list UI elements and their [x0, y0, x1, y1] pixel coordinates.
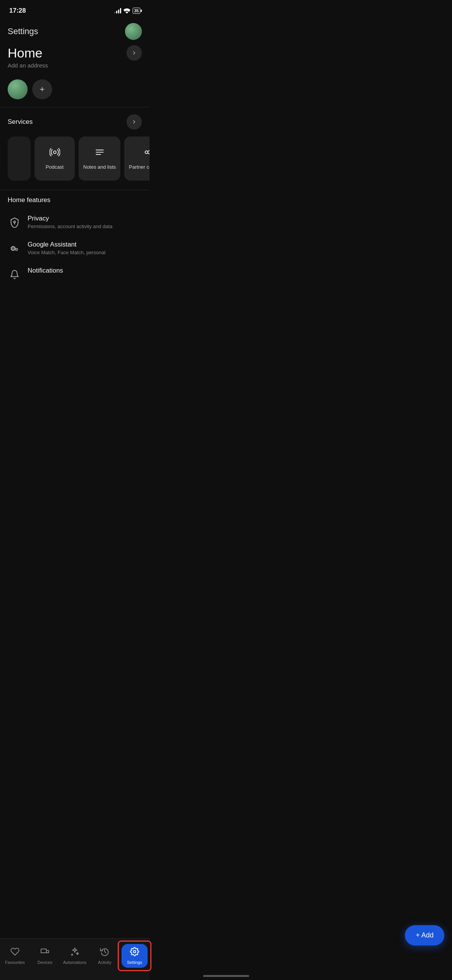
battery-icon: 35: [133, 8, 140, 14]
feature-item-google-assistant[interactable]: Google Assistant Voice Match, Face Match…: [0, 235, 150, 261]
services-cards: Podcast Notes and lists Partner connecti…: [0, 135, 150, 190]
home-chevron-button[interactable]: [127, 45, 142, 61]
service-card-partner-connections[interactable]: Partner connecti...: [124, 136, 150, 181]
service-card-podcast[interactable]: Podcast: [35, 136, 75, 181]
privacy-subtitle: Permissions, account activity and data: [28, 223, 142, 230]
home-title: Home: [8, 46, 43, 61]
home-row: Home: [8, 45, 142, 61]
svg-line-7: [148, 153, 150, 155]
feature-item-privacy[interactable]: Privacy Permissions, account activity an…: [0, 209, 150, 235]
service-card-notes-and-lists[interactable]: Notes and lists: [79, 136, 120, 181]
podcast-icon: [49, 147, 60, 160]
page-header: Settings: [0, 19, 150, 42]
shield-icon: [8, 215, 21, 229]
feature-item-notifications[interactable]: Notifications: [0, 261, 150, 287]
share-icon: [144, 147, 150, 160]
notes-list-label: Notes and lists: [83, 164, 116, 171]
partner-connections-label: Partner connecti...: [129, 164, 150, 171]
user-avatar[interactable]: [125, 23, 142, 40]
services-label: Services: [8, 118, 33, 126]
services-chevron-button[interactable]: [127, 114, 142, 130]
members-row: +: [0, 79, 150, 107]
member-avatar[interactable]: [8, 79, 28, 99]
svg-point-0: [53, 151, 56, 153]
assistant-subtitle: Voice Match, Face Match, personal: [28, 249, 142, 256]
signal-icon: [114, 8, 121, 13]
status-icons: 35: [114, 8, 140, 14]
assistant-title: Google Assistant: [28, 241, 142, 248]
service-card-partial-left[interactable]: [8, 136, 31, 181]
notes-list-icon: [94, 147, 105, 160]
svg-line-8: [148, 150, 150, 151]
privacy-title: Privacy: [28, 215, 142, 222]
status-bar: 17:28 35: [0, 0, 150, 19]
assistant-icon: [8, 242, 21, 255]
wifi-icon: [123, 8, 130, 13]
page-title: Settings: [8, 26, 38, 36]
svg-point-12: [12, 247, 15, 250]
bell-icon: [8, 268, 21, 281]
home-section: Home Add an address: [0, 42, 150, 79]
svg-point-14: [16, 248, 18, 250]
status-time: 17:28: [9, 7, 26, 15]
services-header: Services: [0, 107, 150, 135]
podcast-label: Podcast: [46, 164, 64, 171]
home-address[interactable]: Add an address: [8, 62, 142, 69]
add-member-button[interactable]: +: [32, 79, 52, 99]
notifications-title: Notifications: [28, 267, 142, 275]
home-features-label: Home features: [0, 190, 150, 209]
